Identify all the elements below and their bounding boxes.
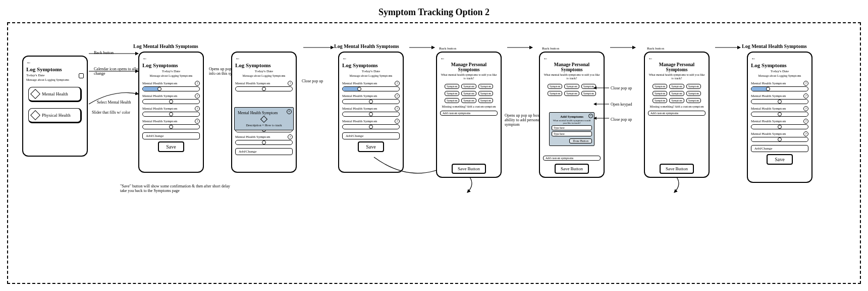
- save-button[interactable]: Save: [158, 141, 184, 152]
- symptom-slider[interactable]: [751, 99, 808, 104]
- symptom-slider[interactable]: [235, 86, 293, 91]
- symptom-input[interactable]: Type here: [552, 125, 592, 130]
- physical-health-card[interactable]: Physical Health: [28, 108, 82, 123]
- info-icon[interactable]: ?: [803, 131, 808, 136]
- symptom-slider[interactable]: [342, 124, 400, 129]
- symptom-slider[interactable]: [751, 112, 808, 117]
- symptom-input[interactable]: Type here: [552, 131, 592, 136]
- info-icon[interactable]: ?: [288, 81, 293, 86]
- symptom-name: Mental Health Symptom: [142, 94, 177, 98]
- symptom-slider[interactable]: [235, 140, 293, 145]
- info-icon[interactable]: ?: [395, 119, 400, 124]
- add-change-button[interactable]: Add/Change: [235, 148, 293, 155]
- back-arrow-icon[interactable]: ←: [543, 56, 548, 61]
- save-button[interactable]: Save Button: [660, 164, 694, 174]
- symptom-info-popup: × Mental Health Symptom Description + Ho…: [234, 107, 294, 130]
- symptom-slider[interactable]: [142, 124, 200, 129]
- symptom-chip[interactable]: Symptom: [478, 84, 493, 89]
- info-icon[interactable]: ?: [395, 106, 400, 111]
- info-icon[interactable]: ?: [288, 134, 293, 139]
- symptom-chip[interactable]: Symptom: [653, 98, 667, 103]
- symptom-chip[interactable]: Symptom: [548, 91, 562, 96]
- popup-title: Add Symptoms: [552, 115, 592, 119]
- back-arrow-icon[interactable]: ←: [235, 56, 240, 61]
- missing-prompt: Missing something? Add a custom symptom: [648, 105, 706, 109]
- info-icon[interactable]: ?: [195, 93, 200, 99]
- info-icon[interactable]: ?: [195, 119, 200, 124]
- symptom-chip-grid: Symptom Symptom Symptom Symptom Symptom …: [648, 84, 706, 103]
- add-change-button[interactable]: Add/Change: [142, 132, 200, 139]
- symptom-chip[interactable]: Symptom: [686, 98, 701, 103]
- symptom-chip[interactable]: Symptom: [686, 91, 701, 96]
- info-icon[interactable]: ?: [803, 106, 808, 111]
- symptom-chip[interactable]: Symptom: [653, 84, 667, 89]
- symptom-chip[interactable]: Symptom: [548, 84, 562, 89]
- popup-title: Mental Health Symptom: [238, 111, 290, 115]
- symptom-slider[interactable]: [751, 137, 808, 142]
- save-button[interactable]: Save Button: [452, 164, 486, 174]
- back-arrow-icon[interactable]: ←: [751, 56, 756, 61]
- symptom-chip[interactable]: Symptom: [669, 98, 684, 103]
- symptom-chip[interactable]: Symptom: [445, 91, 459, 96]
- symptom-name: Mental Health Symptom: [751, 94, 786, 98]
- message-text: Message about Logging Symptoms: [751, 74, 808, 78]
- add-change-button[interactable]: Add/Change: [342, 132, 400, 139]
- save-button[interactable]: Save: [767, 154, 792, 165]
- mental-health-card[interactable]: Mental Health: [28, 87, 82, 102]
- message-text: Message about Logging Symptoms: [142, 74, 200, 78]
- back-arrow-icon[interactable]: ←: [648, 56, 653, 61]
- info-icon[interactable]: ?: [803, 81, 808, 86]
- symptom-name: Mental Health Symptom: [751, 81, 786, 85]
- info-icon[interactable]: ?: [195, 81, 200, 86]
- info-icon[interactable]: ?: [395, 81, 400, 86]
- symptom-chip[interactable]: Symptom: [653, 91, 667, 96]
- symptom-chip[interactable]: Symptom: [564, 91, 579, 96]
- symptom-slider[interactable]: [142, 112, 200, 117]
- symptom-slider[interactable]: [751, 124, 808, 129]
- info-icon[interactable]: ?: [195, 106, 200, 111]
- flow-arrow: [505, 42, 535, 53]
- symptom-slider[interactable]: [142, 86, 200, 91]
- missing-prompt: Missing something? Add a custom symptom: [440, 105, 498, 109]
- symptom-chip[interactable]: Symptom: [478, 91, 493, 96]
- info-icon[interactable]: ?: [395, 93, 400, 99]
- symptom-chip[interactable]: Symptom: [461, 98, 476, 103]
- done-button[interactable]: Done Button: [569, 138, 592, 143]
- symptom-slider[interactable]: [342, 86, 400, 91]
- symptom-chip[interactable]: Symptom: [461, 84, 476, 89]
- add-custom-button[interactable]: Add custom symptoms: [440, 111, 498, 116]
- add-custom-button[interactable]: Add custom symptoms: [543, 156, 601, 161]
- info-icon[interactable]: ?: [803, 93, 808, 99]
- diamond-icon: [30, 110, 40, 120]
- symptom-chip[interactable]: Symptom: [445, 98, 459, 103]
- symptom-slider[interactable]: [342, 112, 400, 117]
- symptom-slider[interactable]: [142, 99, 200, 104]
- flow-arrow: [301, 42, 336, 53]
- calendar-icon[interactable]: [79, 73, 84, 78]
- symptom-chip[interactable]: Symptom: [564, 84, 579, 89]
- back-arrow-icon[interactable]: ←: [342, 56, 347, 61]
- save-button[interactable]: Save Button: [555, 164, 589, 174]
- symptom-chip[interactable]: Symptom: [669, 91, 684, 96]
- info-icon[interactable]: ?: [803, 119, 808, 124]
- symptom-name: Mental Health Symptom: [342, 107, 377, 111]
- symptom-chip-grid: Symptom Symptom Symptom Symptom Symptom …: [440, 84, 498, 103]
- wireframe-canvas: ← Log Symptoms Today's Date Message abou…: [7, 22, 861, 284]
- close-icon[interactable]: ×: [287, 109, 292, 114]
- annotation-back-button: Back button: [647, 46, 664, 51]
- symptom-chip[interactable]: Symptom: [478, 98, 493, 103]
- flow-arrow: [608, 42, 638, 53]
- add-custom-button[interactable]: Add custom symptoms: [648, 111, 706, 116]
- add-change-button[interactable]: Add/Change: [751, 145, 808, 152]
- back-arrow-icon[interactable]: ←: [26, 60, 31, 65]
- back-arrow-icon[interactable]: ←: [440, 56, 445, 61]
- symptom-chip[interactable]: Symptom: [461, 91, 476, 96]
- annotation-back-button: Back button: [542, 46, 559, 51]
- annotation-save-note: "Save" button will show some confirmatio…: [120, 184, 236, 193]
- symptom-slider[interactable]: [751, 86, 808, 91]
- symptom-chip[interactable]: Symptom: [445, 84, 459, 89]
- symptom-chip[interactable]: Symptom: [686, 84, 701, 89]
- symptom-slider[interactable]: [342, 99, 400, 104]
- symptom-chip[interactable]: Symptom: [669, 84, 684, 89]
- manage-question: What mental health symptoms would you li…: [440, 73, 498, 80]
